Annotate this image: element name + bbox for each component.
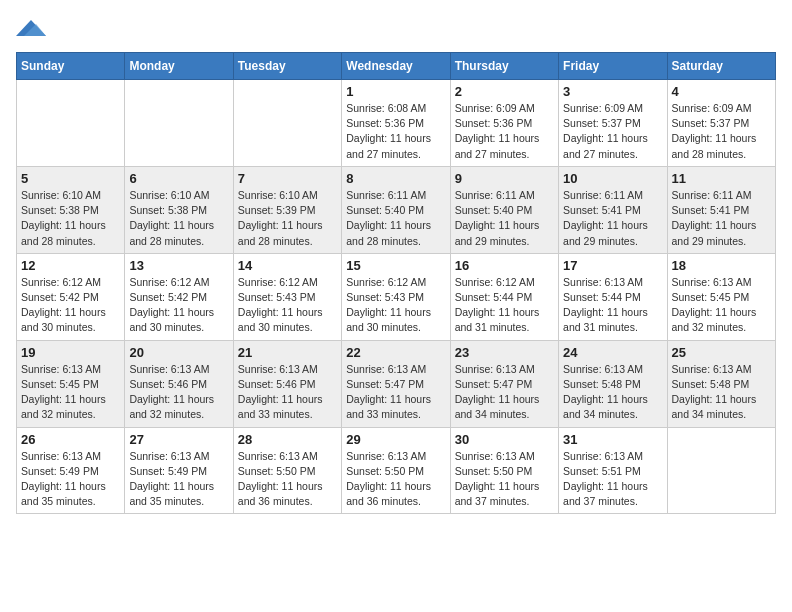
calendar-cell: 21Sunrise: 6:13 AMSunset: 5:46 PMDayligh… xyxy=(233,340,341,427)
day-info: Sunrise: 6:08 AMSunset: 5:36 PMDaylight:… xyxy=(346,101,445,162)
day-number: 7 xyxy=(238,171,337,186)
calendar-cell: 17Sunrise: 6:13 AMSunset: 5:44 PMDayligh… xyxy=(559,253,667,340)
day-info: Sunrise: 6:10 AMSunset: 5:38 PMDaylight:… xyxy=(21,188,120,249)
calendar-header-row: SundayMondayTuesdayWednesdayThursdayFrid… xyxy=(17,53,776,80)
day-number: 11 xyxy=(672,171,771,186)
calendar-cell: 5Sunrise: 6:10 AMSunset: 5:38 PMDaylight… xyxy=(17,166,125,253)
day-info: Sunrise: 6:09 AMSunset: 5:37 PMDaylight:… xyxy=(563,101,662,162)
day-number: 31 xyxy=(563,432,662,447)
day-number: 5 xyxy=(21,171,120,186)
weekday-header: Saturday xyxy=(667,53,775,80)
day-number: 22 xyxy=(346,345,445,360)
day-info: Sunrise: 6:13 AMSunset: 5:50 PMDaylight:… xyxy=(455,449,554,510)
calendar-cell: 13Sunrise: 6:12 AMSunset: 5:42 PMDayligh… xyxy=(125,253,233,340)
day-number: 27 xyxy=(129,432,228,447)
calendar-cell: 15Sunrise: 6:12 AMSunset: 5:43 PMDayligh… xyxy=(342,253,450,340)
weekday-header: Tuesday xyxy=(233,53,341,80)
day-number: 10 xyxy=(563,171,662,186)
calendar-cell: 24Sunrise: 6:13 AMSunset: 5:48 PMDayligh… xyxy=(559,340,667,427)
day-info: Sunrise: 6:11 AMSunset: 5:40 PMDaylight:… xyxy=(346,188,445,249)
calendar-cell: 25Sunrise: 6:13 AMSunset: 5:48 PMDayligh… xyxy=(667,340,775,427)
weekday-header: Thursday xyxy=(450,53,558,80)
calendar-cell: 28Sunrise: 6:13 AMSunset: 5:50 PMDayligh… xyxy=(233,427,341,514)
day-number: 17 xyxy=(563,258,662,273)
calendar-cell xyxy=(17,80,125,167)
calendar-week-row: 26Sunrise: 6:13 AMSunset: 5:49 PMDayligh… xyxy=(17,427,776,514)
calendar-cell: 1Sunrise: 6:08 AMSunset: 5:36 PMDaylight… xyxy=(342,80,450,167)
day-info: Sunrise: 6:13 AMSunset: 5:47 PMDaylight:… xyxy=(346,362,445,423)
weekday-header: Wednesday xyxy=(342,53,450,80)
day-number: 23 xyxy=(455,345,554,360)
day-info: Sunrise: 6:10 AMSunset: 5:38 PMDaylight:… xyxy=(129,188,228,249)
day-info: Sunrise: 6:12 AMSunset: 5:43 PMDaylight:… xyxy=(238,275,337,336)
logo xyxy=(16,16,50,40)
day-info: Sunrise: 6:13 AMSunset: 5:49 PMDaylight:… xyxy=(21,449,120,510)
day-number: 16 xyxy=(455,258,554,273)
day-number: 28 xyxy=(238,432,337,447)
day-number: 8 xyxy=(346,171,445,186)
day-info: Sunrise: 6:13 AMSunset: 5:50 PMDaylight:… xyxy=(238,449,337,510)
day-number: 14 xyxy=(238,258,337,273)
calendar-week-row: 12Sunrise: 6:12 AMSunset: 5:42 PMDayligh… xyxy=(17,253,776,340)
calendar-table: SundayMondayTuesdayWednesdayThursdayFrid… xyxy=(16,52,776,514)
day-info: Sunrise: 6:13 AMSunset: 5:45 PMDaylight:… xyxy=(672,275,771,336)
calendar-cell: 27Sunrise: 6:13 AMSunset: 5:49 PMDayligh… xyxy=(125,427,233,514)
day-info: Sunrise: 6:13 AMSunset: 5:44 PMDaylight:… xyxy=(563,275,662,336)
calendar-cell: 8Sunrise: 6:11 AMSunset: 5:40 PMDaylight… xyxy=(342,166,450,253)
day-number: 24 xyxy=(563,345,662,360)
day-number: 12 xyxy=(21,258,120,273)
day-number: 20 xyxy=(129,345,228,360)
day-info: Sunrise: 6:11 AMSunset: 5:40 PMDaylight:… xyxy=(455,188,554,249)
day-info: Sunrise: 6:10 AMSunset: 5:39 PMDaylight:… xyxy=(238,188,337,249)
calendar-cell: 12Sunrise: 6:12 AMSunset: 5:42 PMDayligh… xyxy=(17,253,125,340)
day-info: Sunrise: 6:13 AMSunset: 5:49 PMDaylight:… xyxy=(129,449,228,510)
calendar-cell: 26Sunrise: 6:13 AMSunset: 5:49 PMDayligh… xyxy=(17,427,125,514)
day-info: Sunrise: 6:13 AMSunset: 5:45 PMDaylight:… xyxy=(21,362,120,423)
calendar-cell: 20Sunrise: 6:13 AMSunset: 5:46 PMDayligh… xyxy=(125,340,233,427)
day-number: 4 xyxy=(672,84,771,99)
day-info: Sunrise: 6:13 AMSunset: 5:46 PMDaylight:… xyxy=(238,362,337,423)
calendar-cell: 16Sunrise: 6:12 AMSunset: 5:44 PMDayligh… xyxy=(450,253,558,340)
weekday-header: Friday xyxy=(559,53,667,80)
weekday-header: Monday xyxy=(125,53,233,80)
calendar-cell xyxy=(125,80,233,167)
day-info: Sunrise: 6:13 AMSunset: 5:50 PMDaylight:… xyxy=(346,449,445,510)
calendar-cell xyxy=(667,427,775,514)
calendar-week-row: 5Sunrise: 6:10 AMSunset: 5:38 PMDaylight… xyxy=(17,166,776,253)
day-number: 21 xyxy=(238,345,337,360)
calendar-cell xyxy=(233,80,341,167)
day-info: Sunrise: 6:11 AMSunset: 5:41 PMDaylight:… xyxy=(672,188,771,249)
calendar-cell: 3Sunrise: 6:09 AMSunset: 5:37 PMDaylight… xyxy=(559,80,667,167)
day-number: 1 xyxy=(346,84,445,99)
calendar-cell: 11Sunrise: 6:11 AMSunset: 5:41 PMDayligh… xyxy=(667,166,775,253)
day-number: 18 xyxy=(672,258,771,273)
calendar-cell: 18Sunrise: 6:13 AMSunset: 5:45 PMDayligh… xyxy=(667,253,775,340)
day-number: 15 xyxy=(346,258,445,273)
day-info: Sunrise: 6:12 AMSunset: 5:43 PMDaylight:… xyxy=(346,275,445,336)
calendar-cell: 22Sunrise: 6:13 AMSunset: 5:47 PMDayligh… xyxy=(342,340,450,427)
day-info: Sunrise: 6:09 AMSunset: 5:36 PMDaylight:… xyxy=(455,101,554,162)
calendar-cell: 30Sunrise: 6:13 AMSunset: 5:50 PMDayligh… xyxy=(450,427,558,514)
page-header xyxy=(16,16,776,40)
day-info: Sunrise: 6:11 AMSunset: 5:41 PMDaylight:… xyxy=(563,188,662,249)
day-number: 6 xyxy=(129,171,228,186)
calendar-cell: 7Sunrise: 6:10 AMSunset: 5:39 PMDaylight… xyxy=(233,166,341,253)
day-info: Sunrise: 6:13 AMSunset: 5:51 PMDaylight:… xyxy=(563,449,662,510)
calendar-cell: 9Sunrise: 6:11 AMSunset: 5:40 PMDaylight… xyxy=(450,166,558,253)
day-number: 26 xyxy=(21,432,120,447)
day-number: 30 xyxy=(455,432,554,447)
calendar-cell: 2Sunrise: 6:09 AMSunset: 5:36 PMDaylight… xyxy=(450,80,558,167)
day-number: 3 xyxy=(563,84,662,99)
day-number: 2 xyxy=(455,84,554,99)
calendar-week-row: 19Sunrise: 6:13 AMSunset: 5:45 PMDayligh… xyxy=(17,340,776,427)
calendar-week-row: 1Sunrise: 6:08 AMSunset: 5:36 PMDaylight… xyxy=(17,80,776,167)
day-info: Sunrise: 6:13 AMSunset: 5:46 PMDaylight:… xyxy=(129,362,228,423)
calendar-cell: 23Sunrise: 6:13 AMSunset: 5:47 PMDayligh… xyxy=(450,340,558,427)
calendar-cell: 6Sunrise: 6:10 AMSunset: 5:38 PMDaylight… xyxy=(125,166,233,253)
day-info: Sunrise: 6:13 AMSunset: 5:48 PMDaylight:… xyxy=(563,362,662,423)
calendar-cell: 29Sunrise: 6:13 AMSunset: 5:50 PMDayligh… xyxy=(342,427,450,514)
day-number: 19 xyxy=(21,345,120,360)
day-info: Sunrise: 6:12 AMSunset: 5:44 PMDaylight:… xyxy=(455,275,554,336)
calendar-cell: 10Sunrise: 6:11 AMSunset: 5:41 PMDayligh… xyxy=(559,166,667,253)
day-info: Sunrise: 6:12 AMSunset: 5:42 PMDaylight:… xyxy=(21,275,120,336)
